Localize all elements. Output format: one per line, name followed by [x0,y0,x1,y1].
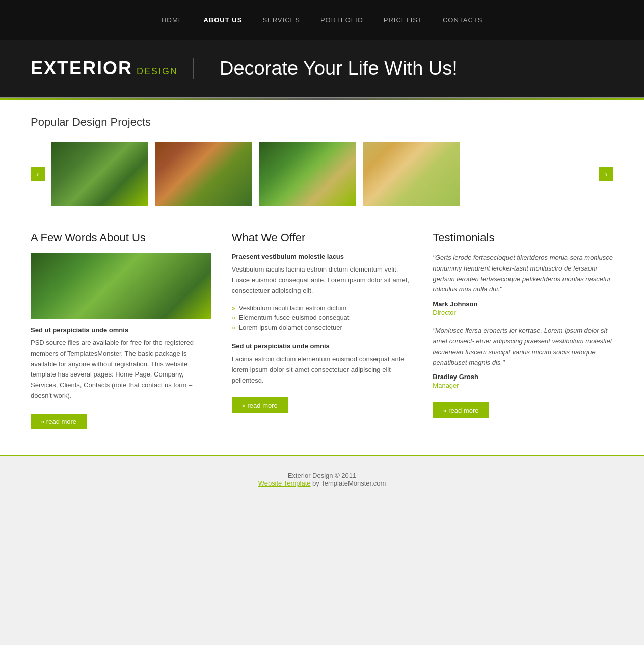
offer-title: What We Offer [232,231,413,245]
project-thumb-3[interactable] [259,142,356,206]
testimonials-column: Testimonials "Gerts lerode fertasecioque… [433,231,613,429]
hero-banner: EXTERIOR DESIGN Decorate Your Life With … [0,40,644,98]
columns-section: A Few Words About Us Sed ut perspiciatis… [31,231,613,429]
offer-column: What We Offer Praesent vestibulum molest… [232,231,413,429]
logo-sub-text: DESIGN [137,66,178,77]
testimonials-title: Testimonials [433,231,613,245]
testimonial-role-2: Manager [433,382,613,389]
footer-template-info: Website Template by TemplateMonster.com [0,479,644,487]
offer-list-item-1: Vestibulum iaculi lacin estroin dictum [232,303,413,313]
testimonial-name-2: Bradley Grosh [433,373,613,381]
about-column: A Few Words About Us Sed ut perspiciatis… [31,231,211,429]
nav-item-portfolio[interactable]: PORTFOLIO [320,16,363,24]
hero-tagline: Decorate Your Life With Us! [220,58,458,79]
carousel-images [51,142,593,206]
nav-item-home[interactable]: HOME [161,16,183,24]
testimonials-read-more-button[interactable]: » read more [433,402,489,418]
carousel-prev-button[interactable]: ‹ [31,167,45,181]
testimonial-quote-2: "Monlusce lfersa eronerts ler kertase. L… [433,326,613,368]
hero-logo: EXTERIOR DESIGN [31,58,194,79]
logo-main-text: EXTERIOR [31,58,132,79]
offer-bold1: Praesent vestibulum molestie lacus [232,253,413,260]
site-footer: Exterior Design © 2011 Website Template … [0,455,644,497]
nav-link-portfolio[interactable]: PORTFOLIO [320,16,363,24]
offer-text2: Lacinia estroin dictum elementum euismod… [232,354,413,386]
about-text: PSD source files are available for free … [31,338,211,401]
footer-suffix: by TemplateMonster.com [310,479,386,487]
offer-read-more-button[interactable]: » read more [232,397,288,413]
nav-link-pricelist[interactable]: PRICELIST [384,16,422,24]
about-read-more-button[interactable]: » read more [31,414,87,429]
main-nav: HOME ABOUT US SERVICES PORTFOLIO PRICELI… [161,16,482,24]
nav-item-about[interactable]: ABOUT US [203,16,242,24]
project-thumb-1[interactable] [51,142,148,206]
nav-item-services[interactable]: SERVICES [262,16,300,24]
main-content: Popular Design Projects ‹ › A Few Words … [0,100,644,455]
nav-link-about[interactable]: ABOUT US [203,16,242,24]
footer-copyright: Exterior Design © 2011 [0,472,644,479]
offer-list-item-3: Lorem ipsum dolamet consectetuer [232,322,413,332]
nav-item-contacts[interactable]: CONTACTS [443,16,483,24]
site-header: HOME ABOUT US SERVICES PORTFOLIO PRICELI… [0,0,644,40]
offer-bold2: Sed ut perspiciatis unde omnis [232,342,413,350]
nav-link-contacts[interactable]: CONTACTS [443,16,483,24]
about-title: A Few Words About Us [31,231,211,245]
carousel-wrapper: ‹ › [31,142,613,206]
offer-text1: Vestibulum iaculis lacinia estroin dictu… [232,264,413,296]
about-image [31,253,211,319]
testimonial-name-1: Mark Johnson [433,300,613,308]
nav-link-services[interactable]: SERVICES [262,16,300,24]
testimonial-quote-1: "Gerts lerode fertasecioquet tikertderos… [433,253,613,295]
testimonial-role-1: Director [433,309,613,316]
footer-template-link[interactable]: Website Template [258,479,311,487]
projects-title: Popular Design Projects [31,116,613,132]
nav-link-home[interactable]: HOME [161,16,183,24]
nav-item-pricelist[interactable]: PRICELIST [384,16,422,24]
project-thumb-4[interactable] [363,142,460,206]
about-subtitle: Sed ut perspiciatis unde omnis [31,326,211,334]
offer-list-item-2: Elementum fusce euismod consequat [232,313,413,322]
carousel-next-button[interactable]: › [599,167,613,181]
project-thumb-2[interactable] [155,142,252,206]
offer-list: Vestibulum iaculi lacin estroin dictum E… [232,303,413,332]
